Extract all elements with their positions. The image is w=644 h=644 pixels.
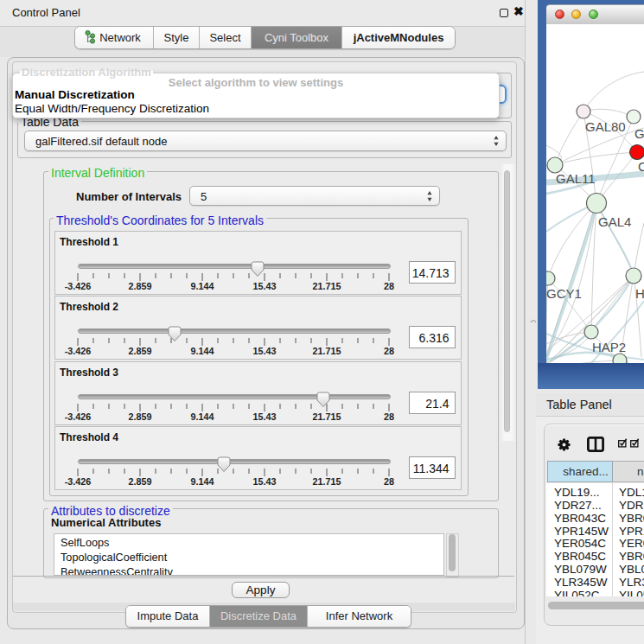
svg-text:HAP2: HAP2: [592, 340, 626, 354]
svg-text:GAL80: GAL80: [585, 119, 626, 134]
svg-text:C: C: [638, 159, 644, 174]
svg-text:GCY1: GCY1: [546, 286, 582, 301]
svg-text:GAL11: GAL11: [556, 171, 596, 186]
svg-text:H: H: [635, 286, 644, 301]
svg-text:GA: GA: [634, 126, 644, 141]
svg-text:GAL4: GAL4: [598, 214, 631, 229]
